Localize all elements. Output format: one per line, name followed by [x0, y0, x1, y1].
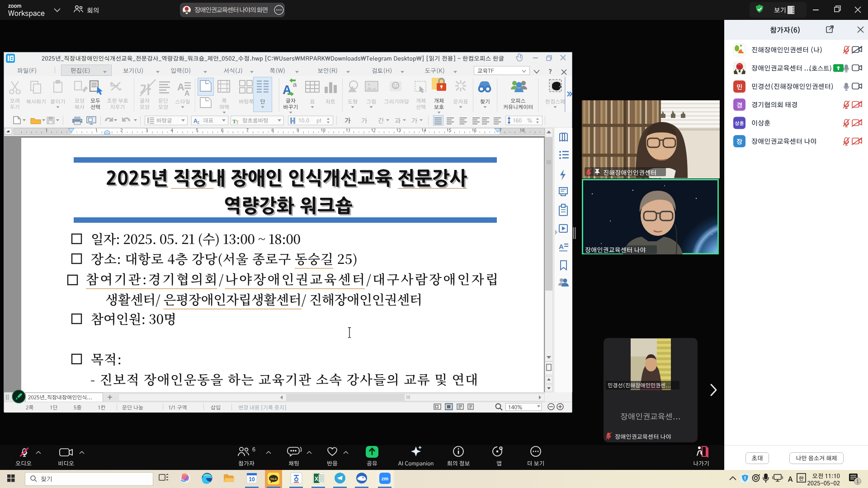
svg-text:A: A	[177, 81, 184, 93]
svg-text:T: T	[236, 120, 239, 125]
svg-text:2: 2	[197, 120, 199, 125]
svg-text:1: 1	[856, 479, 859, 484]
svg-text:A: A	[559, 243, 564, 250]
svg-text:A: A	[184, 89, 190, 97]
svg-text:10: 10	[249, 476, 255, 483]
svg-text:a: a	[293, 80, 297, 88]
svg-text:zm: zm	[382, 476, 389, 481]
svg-text:X: X	[315, 476, 318, 482]
svg-text:TALK: TALK	[270, 478, 277, 480]
